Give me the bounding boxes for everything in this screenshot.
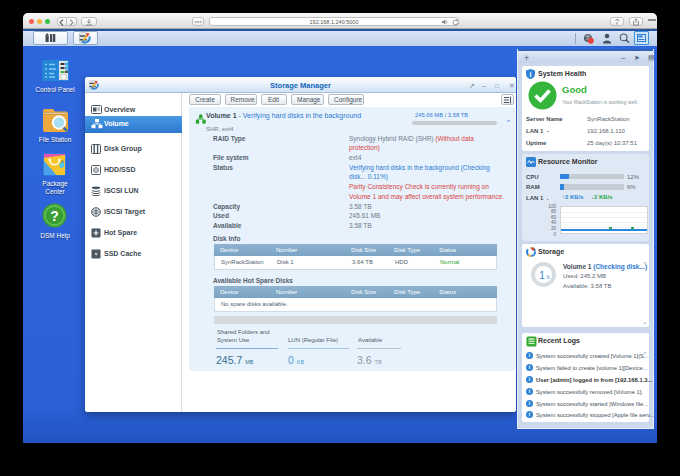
svg-text:b: b xyxy=(547,275,550,280)
svg-text:1: 1 xyxy=(539,270,545,281)
svg-text:?: ? xyxy=(50,208,59,224)
svg-text:i: i xyxy=(530,70,532,77)
